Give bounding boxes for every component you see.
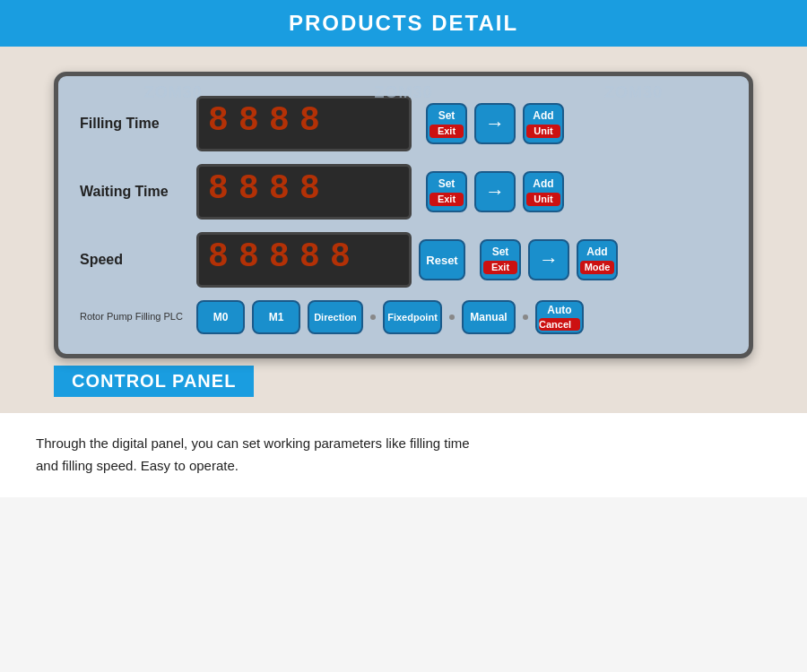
waiting-time-display (196, 164, 412, 220)
auto-cancel-btn[interactable]: Auto Cancel (535, 300, 584, 334)
spacer (0, 397, 807, 413)
direction-btn[interactable]: Direction (308, 300, 363, 334)
indicator-dot-2 (449, 314, 455, 320)
digit-1 (208, 104, 235, 143)
indicator-dot-3 (523, 314, 528, 320)
waiting-time-set-exit-btn[interactable]: Set Exit (426, 171, 467, 212)
filling-time-arrow-btn[interactable]: → (474, 103, 516, 144)
reset-btn[interactable]: Reset (419, 239, 465, 280)
indicator-dot-1 (370, 314, 376, 320)
plc-label: Rotor Pump Filling PLC (80, 310, 196, 323)
filling-time-row: Filling Time Set Exit → (80, 96, 727, 151)
filling-time-display (196, 96, 412, 151)
waiting-time-label: Waiting Time (80, 184, 196, 200)
digit-5 (208, 172, 235, 211)
speed-set-exit-btn[interactable]: Set Exit (480, 239, 521, 280)
speed-buttons: Set Exit → Add Mode (480, 239, 618, 280)
digit-3 (269, 104, 296, 143)
digit-8 (299, 172, 326, 211)
m1-btn[interactable]: M1 (252, 300, 300, 334)
speed-row: Speed Reset Set Exit → (80, 232, 727, 288)
waiting-time-buttons: Set Exit → Add Unit (426, 171, 564, 212)
description-section: Through the digital panel, you can set w… (0, 413, 807, 497)
waiting-time-add-unit-btn[interactable]: Add Unit (523, 171, 564, 212)
filling-time-add-unit-btn[interactable]: Add Unit (523, 103, 564, 144)
waiting-time-arrow-btn[interactable]: → (474, 171, 516, 212)
control-panel-body: ZOM30 ZOM30 ZOM30 Filling Time (54, 72, 753, 358)
digit-11 (269, 240, 296, 280)
speed-label: Speed (80, 252, 196, 268)
m0-btn[interactable]: M0 (196, 300, 245, 334)
fixedpoint-btn[interactable]: Fixedpoint (383, 300, 442, 334)
filling-time-buttons: Set Exit → Add Unit (426, 103, 564, 144)
control-panel-label-bar: CONTROL PANEL (54, 366, 254, 397)
control-panel-label: CONTROL PANEL (72, 371, 236, 391)
page-header: PRODUCTS DETAIL (0, 0, 807, 47)
filling-time-label: Filling Time (80, 116, 196, 132)
digit-12 (299, 240, 326, 280)
bottom-buttons: M0 M1 Direction Fixedpoint Manual Auto (196, 300, 584, 334)
digit-4 (299, 104, 326, 143)
digit-9 (208, 240, 235, 280)
description-text: Through the digital panel, you can set w… (36, 433, 771, 478)
digit-2 (239, 104, 265, 143)
digit-13 (330, 240, 357, 280)
manual-btn[interactable]: Manual (462, 300, 516, 334)
digit-10 (239, 240, 265, 280)
speed-display (196, 232, 412, 288)
product-image-area: ZOM30 ZOM30 ZOM30 Filling Time (0, 47, 807, 413)
speed-add-mode-btn[interactable]: Add Mode (577, 239, 618, 280)
bottom-section: Rotor Pump Filling PLC M0 M1 Direction F… (80, 297, 727, 334)
speed-arrow-btn[interactable]: → (528, 239, 569, 280)
waiting-time-row: Waiting Time Set Exit → (80, 164, 727, 220)
digit-7 (269, 172, 296, 211)
filling-time-set-exit-btn[interactable]: Set Exit (426, 103, 467, 144)
cp-label-container: CONTROL PANEL (0, 358, 807, 397)
page-title: PRODUCTS DETAIL (0, 11, 807, 36)
panel-wrapper: ZOM30 ZOM30 ZOM30 Filling Time (54, 72, 753, 358)
digit-6 (239, 172, 265, 211)
